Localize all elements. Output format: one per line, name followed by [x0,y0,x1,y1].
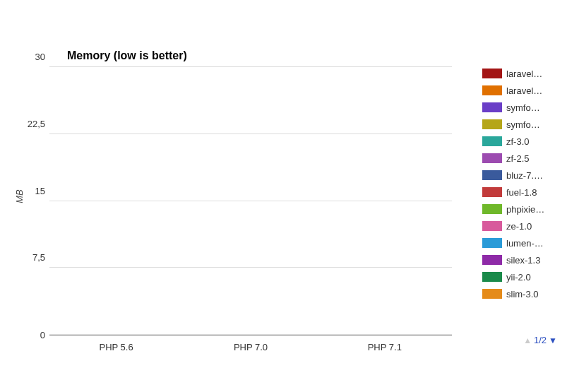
legend-swatch [482,187,502,197]
legend-label: slim-3.0 [506,289,560,299]
plot-area: 0 7,5 15 22,5 30 PHP 5.6 PHP 7.0 PHP 7.1 [49,67,452,335]
chart-title: Memory (low is better) [67,49,187,62]
legend-label: ze-1.0 [506,221,560,232]
legend-item[interactable]: symfo… [482,118,560,131]
legend-label: laravel… [506,85,560,96]
legend-label: silex-1.3 [506,255,560,266]
legend-label: zf-2.5 [506,153,560,164]
legend-item[interactable]: zf-2.5 [482,152,560,165]
legend-label: yii-2.0 [506,272,560,283]
x-tick-label: PHP 5.6 [100,342,133,352]
legend-swatch [482,69,502,78]
legend-label: laravel… [506,69,560,79]
legend-item[interactable]: fuel-1.8 [482,186,560,198]
legend-swatch [482,272,502,282]
legend-label: fuel-1.8 [506,187,560,198]
legend-swatch [482,136,502,146]
legend-item[interactable]: laravel… [482,84,560,97]
legend-label: symfo… [506,102,560,113]
legend-item[interactable]: ze-1.0 [482,220,560,232]
bars-row [49,67,452,335]
legend-label: phpixie… [506,204,560,215]
legend-label: bluz-7.… [506,170,560,181]
legend: laravel…laravel…symfo…symfo…zf-3.0zf-2.5… [482,67,560,304]
legend-item[interactable]: silex-1.3 [482,254,560,266]
pager-page-label: 1/2 [534,335,547,345]
legend-item[interactable]: bluz-7.… [482,169,560,182]
legend-swatch [482,119,502,129]
legend-item[interactable]: lumen-… [482,237,560,249]
y-tick-label: 0 [40,330,45,340]
legend-label: zf-3.0 [506,136,560,147]
legend-swatch [482,289,502,299]
legend-swatch [482,238,502,248]
legend-swatch [482,153,502,163]
legend-label: symfo… [506,119,560,130]
x-tick-label: PHP 7.0 [234,342,268,352]
legend-item[interactable]: yii-2.0 [482,271,560,283]
legend-label: lumen-… [506,238,560,249]
legend-item[interactable]: laravel… [482,67,560,80]
pager-next-icon[interactable]: ▼ [549,335,557,345]
y-tick-label: 30 [35,52,45,62]
legend-swatch [482,221,502,231]
y-axis-label: MB [14,189,25,203]
chart-container: Memory (low is better) MB 0 7,5 15 22,5 … [0,0,567,392]
legend-swatch [482,170,502,180]
y-tick-label: 15 [35,185,45,196]
legend-pager: ▲ 1/2 ▼ [523,335,557,345]
legend-swatch [482,102,502,112]
y-tick-label: 22,5 [28,118,45,129]
legend-swatch [482,85,502,95]
pager-prev-icon[interactable]: ▲ [523,335,532,345]
legend-item[interactable]: phpixie… [482,203,560,215]
legend-swatch [482,204,502,214]
legend-item[interactable]: slim-3.0 [482,287,560,300]
x-tick-label: PHP 7.1 [368,342,402,352]
legend-swatch [482,255,502,265]
legend-item[interactable]: zf-3.0 [482,135,560,148]
legend-item[interactable]: symfo… [482,101,560,114]
y-tick-label: 7,5 [32,252,45,263]
